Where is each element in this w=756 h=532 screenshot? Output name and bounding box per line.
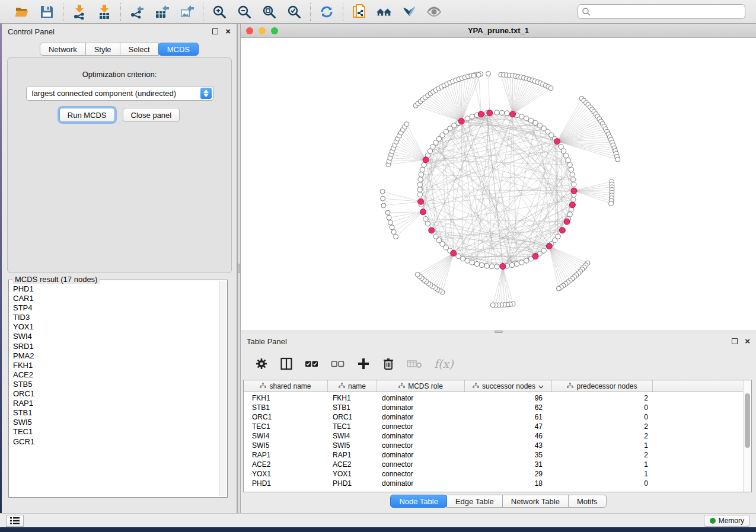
network-edge[interactable] [461,76,468,121]
float-panel-icon[interactable] [212,28,218,34]
select-all-icon[interactable] [305,357,319,370]
network-hub-node[interactable] [423,157,429,163]
network-leaf-node[interactable] [490,303,495,307]
network-edge[interactable] [557,114,596,142]
mcds-result-item[interactable]: SWI5 [13,418,219,427]
mcds-result-item[interactable]: STP4 [13,303,219,313]
network-node[interactable] [489,264,494,269]
network-node[interactable] [417,192,422,197]
network-node[interactable] [417,187,422,192]
column-header-successor-nodes[interactable]: successor nodes [465,380,552,392]
network-leaf-node[interactable] [390,225,394,230]
mcds-result-list[interactable]: PHD1CAR1STP4TID3YOX1SWI4SRD1PMA2FKH1ACE2… [9,282,219,496]
network-node[interactable] [425,221,430,226]
close-panel-icon[interactable]: × [745,338,750,344]
table-row[interactable]: ACE2ACE2connector311 [244,460,743,470]
tab-select[interactable]: Select [120,43,159,56]
column-header-predecessor-nodes[interactable]: predecessor nodes [552,380,653,392]
close-panel-button[interactable]: Close panel [123,108,180,122]
mcds-result-item[interactable]: SRD1 [13,342,219,351]
network-leaf-node[interactable] [391,230,396,235]
network-node[interactable] [495,264,499,269]
home-pages-icon[interactable] [376,4,393,20]
table-row[interactable]: TEC1TEC1connector472 [244,422,743,432]
open-session-icon[interactable] [14,4,30,20]
network-node[interactable] [433,234,438,239]
network-node[interactable] [499,110,504,115]
table-row[interactable]: SWI5SWI5connector431 [244,441,743,451]
splitter-grip[interactable] [238,264,240,273]
network-edge[interactable] [489,74,490,113]
network-node[interactable] [571,177,576,182]
mcds-result-item[interactable]: ORC1 [13,389,219,399]
network-leaf-node[interactable] [385,210,390,215]
export-table-icon[interactable] [154,4,170,20]
network-leaf-node[interactable] [388,220,393,225]
network-node[interactable] [567,212,572,217]
mcds-result-item[interactable]: RAP1 [13,399,219,408]
tab-network-table[interactable]: Network Table [502,495,569,508]
network-edge[interactable] [396,212,423,237]
network-leaf-node[interactable] [381,196,385,201]
deselect-all-icon[interactable] [331,357,345,370]
network-edge[interactable] [424,253,454,280]
network-hub-node[interactable] [559,227,565,233]
network-edge[interactable] [430,253,454,285]
network-edge[interactable] [549,246,578,273]
column-header-MCDS-role[interactable]: MCDS role [377,380,465,392]
network-edge[interactable] [398,139,426,160]
add-column-icon[interactable] [357,357,370,370]
clone-network-icon[interactable] [351,4,368,20]
network-edge[interactable] [392,212,423,227]
network-node[interactable] [509,262,514,267]
import-network-icon[interactable] [71,4,88,20]
network-leaf-node[interactable] [381,203,386,208]
network-leaf-node[interactable] [556,286,561,291]
splitter-grip[interactable] [495,331,503,333]
network-hub-node[interactable] [429,227,435,233]
close-window-icon[interactable] [246,27,253,34]
network-edge[interactable] [513,88,551,114]
mcds-result-item[interactable]: CAR1 [13,294,219,303]
network-hub-node[interactable] [554,139,560,145]
table-row[interactable]: SWI4SWI4dominator462 [244,432,743,441]
network-edge[interactable] [574,191,611,204]
toggle-style-icon[interactable] [401,4,417,20]
mcds-result-item[interactable]: GCR1 [13,437,219,447]
network-edge[interactable] [394,212,423,232]
network-edge[interactable] [442,87,462,121]
tab-motifs[interactable]: Motifs [568,495,607,508]
network-node[interactable] [470,260,474,265]
network-edge[interactable] [503,267,513,304]
minimize-window-icon[interactable] [259,27,266,34]
network-edge[interactable] [549,246,586,265]
network-hub-node[interactable] [418,198,424,204]
network-edge[interactable] [428,253,453,283]
network-node[interactable] [465,116,470,121]
mcds-result-item[interactable]: PHD1 [13,284,219,294]
zoom-in-icon[interactable] [211,4,228,20]
network-leaf-node[interactable] [471,73,476,78]
export-network-icon[interactable] [129,4,145,20]
zoom-window-icon[interactable] [271,27,278,34]
network-leaf-node[interactable] [476,72,481,77]
network-edge[interactable] [549,246,574,277]
network-node[interactable] [567,162,572,167]
network-edge[interactable] [390,212,423,223]
mcds-list-scrollbar[interactable] [219,281,227,496]
network-canvas[interactable] [241,38,756,330]
tab-style[interactable]: Style [85,43,120,56]
table-row[interactable]: STB1STB1dominator620 [244,403,743,413]
network-edge[interactable] [403,130,426,160]
mcds-result-item[interactable]: PMA2 [13,351,219,361]
run-mcds-button[interactable]: Run MCDS [59,108,115,122]
float-panel-icon[interactable] [732,338,738,344]
network-node[interactable] [569,167,573,172]
network-node[interactable] [420,167,425,172]
network-edge[interactable] [493,267,503,305]
network-hub-node[interactable] [478,111,484,117]
tab-edge-table[interactable]: Edge Table [446,495,503,508]
network-hub-node[interactable] [500,264,506,270]
network-node[interactable] [524,258,529,263]
network-edge[interactable] [418,104,461,121]
